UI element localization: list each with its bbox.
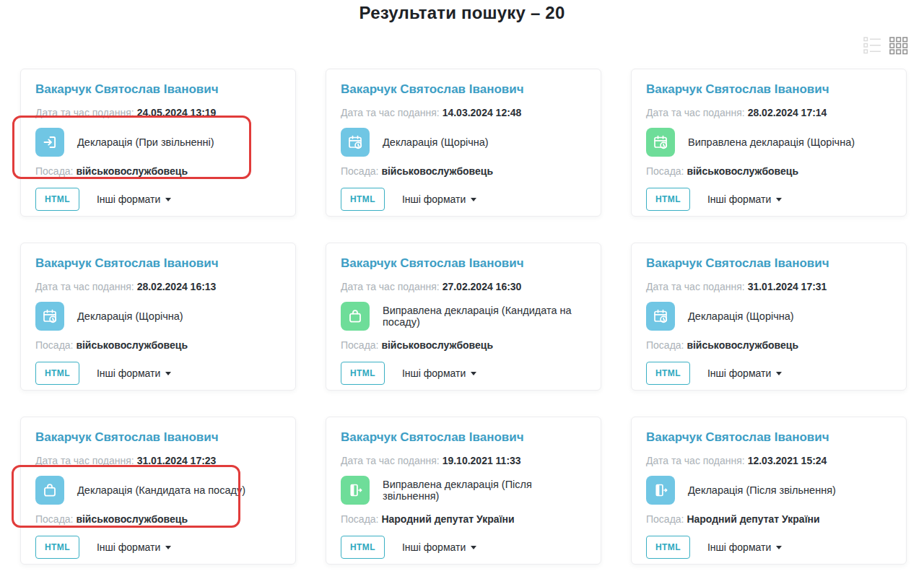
list-view-icon[interactable]	[863, 36, 881, 55]
person-name-link[interactable]: Вакарчук Святослав Іванович	[35, 430, 219, 445]
other-formats-dropdown[interactable]: Інші формати	[402, 367, 476, 379]
date-value: 12.03.2021 15:24	[748, 455, 827, 466]
other-formats-label: Інші формати	[97, 367, 160, 379]
briefcase-icon	[35, 476, 64, 505]
chevron-down-icon	[165, 198, 171, 201]
calendar-clock-icon	[646, 302, 675, 331]
other-formats-dropdown[interactable]: Інші формати	[402, 541, 476, 553]
position-label: Посада:	[646, 513, 684, 525]
other-formats-dropdown[interactable]: Інші формати	[97, 367, 171, 379]
html-button[interactable]: HTML	[35, 536, 79, 559]
date-label: Дата та час подання:	[35, 107, 134, 118]
chevron-down-icon	[471, 372, 476, 375]
other-formats-dropdown[interactable]: Інші формати	[707, 193, 782, 205]
position-value: військовослужбовець	[76, 513, 188, 525]
other-formats-label: Інші формати	[402, 193, 466, 205]
position-value: Народний депутат України	[381, 513, 514, 525]
page-title: Результати пошуку – 20	[0, 0, 924, 23]
declaration-type: Декларація (Кандидата на посаду)	[77, 484, 245, 496]
declaration-card: Вакарчук Святослав Іванович Дата та час …	[326, 243, 601, 391]
other-formats-label: Інші формати	[402, 367, 466, 379]
date-label: Дата та час подання:	[35, 281, 134, 292]
calendar-clock-icon	[341, 128, 370, 157]
person-name-link[interactable]: Вакарчук Святослав Іванович	[341, 430, 524, 445]
position-label: Посада:	[646, 165, 684, 177]
other-formats-label: Інші формати	[707, 541, 771, 553]
chevron-down-icon	[776, 372, 782, 375]
html-button[interactable]: HTML	[341, 362, 385, 385]
person-name-link[interactable]: Вакарчук Святослав Іванович	[341, 82, 524, 97]
position-value: військовослужбовець	[687, 339, 798, 351]
view-toggle-group	[863, 36, 908, 55]
position-value: військовослужбовець	[381, 339, 493, 351]
declaration-type: Виправлена декларація (Кандидата на поса…	[383, 305, 586, 328]
chevron-down-icon	[776, 546, 782, 549]
person-name-link[interactable]: Вакарчук Святослав Іванович	[646, 256, 829, 271]
grid-view-icon[interactable]	[889, 36, 908, 55]
html-button[interactable]: HTML	[646, 188, 690, 211]
date-label: Дата та час подання:	[341, 281, 440, 292]
date-value: 19.10.2021 11:33	[443, 455, 521, 466]
chevron-down-icon	[776, 198, 782, 201]
door-exit-icon	[341, 476, 370, 505]
briefcase-icon	[341, 302, 370, 331]
chevron-down-icon	[471, 198, 476, 201]
declaration-card: Вакарчук Святослав Іванович Дата та час …	[20, 243, 296, 391]
person-name-link[interactable]: Вакарчук Святослав Іванович	[35, 256, 219, 271]
html-button[interactable]: HTML	[646, 362, 690, 385]
person-name-link[interactable]: Вакарчук Святослав Іванович	[646, 82, 829, 97]
chevron-down-icon	[471, 546, 476, 549]
position-value: Народний депутат України	[687, 513, 819, 525]
calendar-clock-icon	[35, 302, 64, 331]
declaration-type: Декларація (Щорічна)	[688, 310, 794, 322]
other-formats-label: Інші формати	[707, 193, 771, 205]
declaration-type: Виправлена декларація (Після звільнення)	[383, 479, 586, 502]
position-label: Посада:	[35, 165, 73, 177]
html-button[interactable]: HTML	[341, 536, 385, 559]
exit-arrow-icon	[35, 128, 64, 157]
position-label: Посада:	[35, 339, 73, 351]
declaration-card: Вакарчук Святослав Іванович Дата та час …	[20, 69, 296, 217]
declaration-type: Декларація (При звільненні)	[77, 136, 214, 148]
html-button[interactable]: HTML	[35, 188, 79, 211]
declaration-card: Вакарчук Святослав Іванович Дата та час …	[20, 417, 296, 565]
date-label: Дата та час подання:	[646, 455, 745, 466]
declaration-type: Декларація (Щорічна)	[383, 136, 489, 148]
calendar-clock-icon	[646, 128, 675, 157]
position-value: військовослужбовець	[381, 165, 493, 177]
other-formats-label: Інші формати	[97, 541, 160, 553]
date-value: 14.03.2024 12:48	[443, 107, 522, 118]
declaration-card: Вакарчук Святослав Іванович Дата та час …	[326, 417, 601, 565]
declaration-type: Декларація (Щорічна)	[77, 310, 183, 322]
date-value: 31.01.2024 17:23	[137, 455, 217, 466]
other-formats-dropdown[interactable]: Інші формати	[707, 541, 782, 553]
html-button[interactable]: HTML	[341, 188, 385, 211]
date-label: Дата та час подання:	[646, 107, 745, 118]
date-value: 24.05.2024 13:19	[137, 107, 217, 118]
declaration-type: Виправлена декларація (Щорічна)	[688, 136, 855, 148]
date-label: Дата та час подання:	[35, 455, 134, 466]
html-button[interactable]: HTML	[35, 362, 79, 385]
html-button[interactable]: HTML	[646, 536, 690, 559]
declaration-card: Вакарчук Святослав Іванович Дата та час …	[631, 417, 907, 565]
date-value: 28.02.2024 17:14	[748, 107, 827, 118]
chevron-down-icon	[165, 546, 171, 549]
position-label: Посада:	[341, 513, 378, 525]
other-formats-dropdown[interactable]: Інші формати	[707, 367, 782, 379]
other-formats-dropdown[interactable]: Інші формати	[402, 193, 476, 205]
date-label: Дата та час подання:	[646, 281, 745, 292]
person-name-link[interactable]: Вакарчук Святослав Іванович	[35, 82, 219, 97]
date-label: Дата та час подання:	[341, 107, 440, 118]
position-value: військовослужбовець	[687, 165, 798, 177]
position-value: військовослужбовець	[76, 165, 188, 177]
other-formats-dropdown[interactable]: Інші формати	[97, 193, 171, 205]
position-label: Посада:	[341, 165, 378, 177]
other-formats-dropdown[interactable]: Інші формати	[97, 541, 171, 553]
person-name-link[interactable]: Вакарчук Святослав Іванович	[341, 256, 524, 271]
person-name-link[interactable]: Вакарчук Святослав Іванович	[646, 430, 829, 445]
declaration-card: Вакарчук Святослав Іванович Дата та час …	[326, 69, 601, 217]
other-formats-label: Інші формати	[402, 541, 466, 553]
date-label: Дата та час подання:	[341, 455, 440, 466]
position-label: Посада:	[35, 513, 73, 525]
position-value: військовослужбовець	[76, 339, 188, 351]
